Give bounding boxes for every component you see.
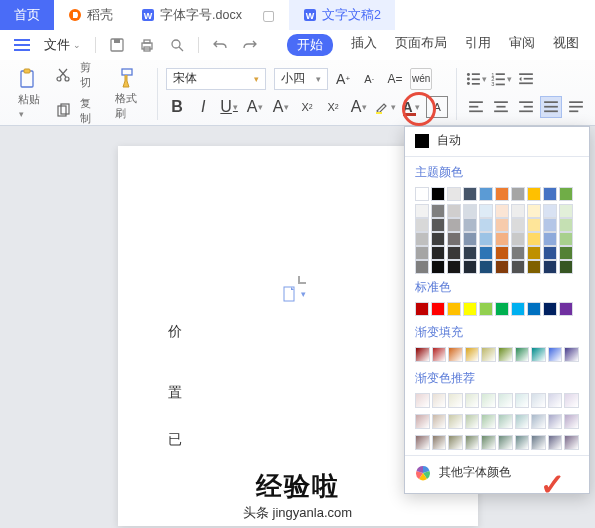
color-swatch[interactable] bbox=[432, 414, 447, 429]
highlight-button[interactable]: ▾ bbox=[374, 96, 396, 118]
color-swatch[interactable] bbox=[511, 204, 525, 218]
color-swatch[interactable] bbox=[447, 204, 461, 218]
numbering-button[interactable]: 123▾ bbox=[490, 68, 512, 90]
ribbon-view[interactable]: 视图 bbox=[553, 34, 579, 56]
color-swatch[interactable] bbox=[481, 435, 496, 450]
color-swatch[interactable] bbox=[432, 393, 447, 408]
phonetic-guide-button[interactable]: wén bbox=[410, 68, 432, 90]
color-swatch[interactable] bbox=[432, 435, 447, 450]
color-swatch[interactable] bbox=[543, 232, 557, 246]
color-swatch[interactable] bbox=[515, 347, 530, 362]
color-swatch[interactable] bbox=[415, 218, 429, 232]
color-swatch[interactable] bbox=[431, 302, 445, 316]
color-swatch[interactable] bbox=[548, 393, 563, 408]
decrease-indent-button[interactable] bbox=[515, 68, 537, 90]
color-swatch[interactable] bbox=[564, 347, 579, 362]
color-swatch[interactable] bbox=[559, 302, 573, 316]
char-shading-button[interactable]: A▾ bbox=[348, 96, 370, 118]
shrink-font-button[interactable]: A- bbox=[358, 68, 380, 90]
color-swatch[interactable] bbox=[527, 204, 541, 218]
color-swatch[interactable] bbox=[559, 204, 573, 218]
tab-restore-icon[interactable]: ▢ bbox=[262, 7, 275, 23]
color-swatch[interactable] bbox=[498, 435, 513, 450]
color-swatch[interactable] bbox=[447, 232, 461, 246]
color-swatch[interactable] bbox=[481, 393, 496, 408]
color-swatch[interactable] bbox=[543, 260, 557, 274]
color-swatch[interactable] bbox=[463, 260, 477, 274]
color-swatch[interactable] bbox=[543, 187, 557, 201]
change-case-button[interactable]: A= bbox=[384, 68, 406, 90]
color-swatch[interactable] bbox=[511, 187, 525, 201]
color-swatch[interactable] bbox=[479, 260, 493, 274]
align-center-button[interactable] bbox=[490, 96, 512, 118]
color-swatch[interactable] bbox=[415, 232, 429, 246]
color-swatch[interactable] bbox=[511, 302, 525, 316]
color-swatch[interactable] bbox=[463, 302, 477, 316]
color-swatch[interactable] bbox=[559, 187, 573, 201]
color-swatch[interactable] bbox=[465, 393, 480, 408]
color-swatch[interactable] bbox=[479, 204, 493, 218]
format-painter-group[interactable]: 格式刷 bbox=[105, 64, 150, 121]
color-swatch[interactable] bbox=[543, 204, 557, 218]
color-swatch[interactable] bbox=[559, 246, 573, 260]
color-swatch[interactable] bbox=[448, 435, 463, 450]
superscript-button[interactable]: X2 bbox=[296, 96, 318, 118]
color-swatch[interactable] bbox=[511, 232, 525, 246]
color-swatch[interactable] bbox=[448, 414, 463, 429]
color-swatch[interactable] bbox=[465, 347, 480, 362]
color-swatch[interactable] bbox=[415, 302, 429, 316]
ribbon-start[interactable]: 开始 bbox=[287, 34, 333, 56]
color-swatch[interactable] bbox=[479, 246, 493, 260]
color-swatch[interactable] bbox=[543, 218, 557, 232]
subscript-button[interactable]: X2 bbox=[322, 96, 344, 118]
color-swatch[interactable] bbox=[465, 435, 480, 450]
color-swatch[interactable] bbox=[548, 435, 563, 450]
color-swatch[interactable] bbox=[415, 187, 429, 201]
grow-font-button[interactable]: A+ bbox=[332, 68, 354, 90]
color-swatch[interactable] bbox=[431, 187, 445, 201]
color-swatch[interactable] bbox=[548, 414, 563, 429]
print-icon[interactable] bbox=[134, 32, 160, 58]
color-swatch[interactable] bbox=[564, 393, 579, 408]
color-swatch[interactable] bbox=[511, 246, 525, 260]
align-left-button[interactable] bbox=[465, 96, 487, 118]
color-swatch[interactable] bbox=[495, 218, 509, 232]
color-swatch[interactable] bbox=[559, 260, 573, 274]
color-swatch[interactable] bbox=[515, 435, 530, 450]
color-swatch[interactable] bbox=[463, 218, 477, 232]
color-swatch[interactable] bbox=[531, 414, 546, 429]
print-preview-icon[interactable] bbox=[164, 32, 190, 58]
tab-daoke[interactable]: 稻壳 bbox=[54, 0, 127, 30]
font-size-select[interactable]: 小四 ▾ bbox=[274, 68, 328, 90]
color-swatch[interactable] bbox=[447, 302, 461, 316]
color-swatch[interactable] bbox=[543, 302, 557, 316]
italic-button[interactable]: I bbox=[192, 96, 214, 118]
color-swatch[interactable] bbox=[448, 393, 463, 408]
color-swatch[interactable] bbox=[415, 435, 430, 450]
color-swatch[interactable] bbox=[415, 204, 429, 218]
color-swatch[interactable] bbox=[515, 393, 530, 408]
color-swatch[interactable] bbox=[564, 414, 579, 429]
color-swatch[interactable] bbox=[495, 246, 509, 260]
color-swatch[interactable] bbox=[447, 260, 461, 274]
redo-icon[interactable] bbox=[237, 32, 263, 58]
color-swatch[interactable] bbox=[495, 187, 509, 201]
color-swatch[interactable] bbox=[559, 232, 573, 246]
undo-icon[interactable] bbox=[207, 32, 233, 58]
color-swatch[interactable] bbox=[531, 393, 546, 408]
color-swatch[interactable] bbox=[498, 414, 513, 429]
ribbon-layout[interactable]: 页面布局 bbox=[395, 34, 447, 56]
color-swatch[interactable] bbox=[564, 435, 579, 450]
color-swatch[interactable] bbox=[432, 347, 447, 362]
color-swatch[interactable] bbox=[465, 414, 480, 429]
color-swatch[interactable] bbox=[527, 232, 541, 246]
underline-button[interactable]: U▾ bbox=[218, 96, 240, 118]
color-swatch[interactable] bbox=[511, 260, 525, 274]
color-swatch[interactable] bbox=[479, 218, 493, 232]
color-swatch[interactable] bbox=[479, 302, 493, 316]
text-effects-button[interactable]: A▾ bbox=[270, 96, 292, 118]
color-swatch[interactable] bbox=[431, 232, 445, 246]
color-swatch[interactable] bbox=[481, 347, 496, 362]
color-swatch[interactable] bbox=[431, 246, 445, 260]
tab-home[interactable]: 首页 bbox=[0, 0, 54, 30]
